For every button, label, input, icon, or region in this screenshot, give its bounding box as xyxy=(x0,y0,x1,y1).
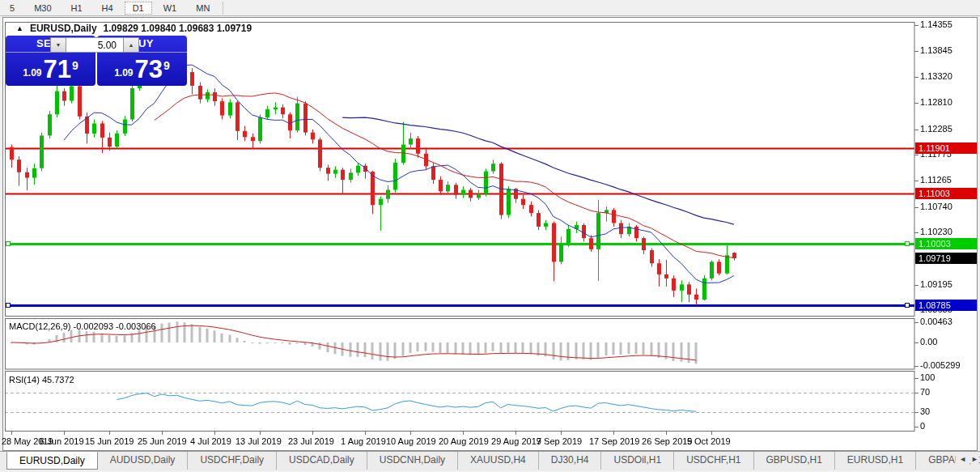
price-axis-label: 1.14355 xyxy=(920,19,952,29)
chart-tab-eurusd-h1[interactable]: EURUSD,H1 xyxy=(834,452,915,470)
price-axis-label: 1.13845 xyxy=(920,45,952,55)
price-axis-label: 1.12810 xyxy=(920,97,952,107)
chart-tab-gbpusd-h1[interactable]: GBPUSD,H1 xyxy=(753,452,834,470)
sell-price-small: 1.09 xyxy=(23,64,41,82)
price-axis-label: 1.09195 xyxy=(920,279,952,289)
date-axis-label: 13 Jul 2019 xyxy=(235,436,282,446)
date-axis-label: 17 Sep 2019 xyxy=(589,436,639,446)
rsi-axis-label: 70 xyxy=(920,387,930,397)
date-axis-label: 29 Aug 2019 xyxy=(491,436,541,446)
hline-price-badge: 1.10003 xyxy=(915,238,977,249)
date-axis-label: 7 Sep 2019 xyxy=(537,436,582,446)
price-axis-label: 1.10740 xyxy=(920,202,952,211)
price-axis-label: 1.12285 xyxy=(920,124,952,134)
tab-scroll-arrows: ◄► xyxy=(956,455,978,463)
one-click-collapse-icon[interactable]: ▲ xyxy=(16,24,23,32)
price-axis-label: 1.13320 xyxy=(920,71,952,81)
date-axis-label: 5 Oct 2019 xyxy=(687,436,731,446)
chart-tab-usdcad-daily[interactable]: USDCAD,Daily xyxy=(276,452,367,470)
rsi-axis-label: 0 xyxy=(920,421,925,431)
date-axis-label: 23 Jul 2019 xyxy=(288,436,334,446)
current-price-badge: 1.09719 xyxy=(915,253,977,264)
buy-price-sup: 9 xyxy=(163,59,170,72)
macd-label: MACD(12,26,9) -0.002093 -0.003066 xyxy=(9,321,156,331)
price-axis-label: 1.10230 xyxy=(920,227,952,236)
rsi-label: RSI(14) 45.7372 xyxy=(9,375,74,385)
tab-scroll-right-icon[interactable]: ► xyxy=(971,455,978,463)
volume-decrease-button[interactable]: ▼ xyxy=(50,37,66,53)
date-axis-label: 4 Jul 2019 xyxy=(190,436,231,446)
date-axis-label: 15 Jun 2019 xyxy=(85,436,134,446)
sell-price: 1.09 71 9 xyxy=(6,53,95,85)
chart-tab-bar: EURUSD,DailyAUDUSD,DailyUSDCHF,DailyUSDC… xyxy=(0,451,980,470)
chart-tab-usdchf-daily[interactable]: USDCHF,Daily xyxy=(187,452,276,470)
macd-axis-label: -0.005299 xyxy=(920,360,961,370)
date-axis-label: 10 Aug 2019 xyxy=(386,436,436,446)
volume-spinner: ▼ ▲ xyxy=(50,37,139,53)
sell-price-sup: 9 xyxy=(72,59,78,72)
chart-tab-usdoil-h1[interactable]: USDOil,H1 xyxy=(600,452,673,470)
chart-header: ▲ EURUSD,Daily 1.09829 1.09840 1.09683 1… xyxy=(16,23,252,34)
chart-symbol-title: EURUSD,Daily xyxy=(30,23,97,34)
chart-tab-dj30-h4[interactable]: DJ30,H4 xyxy=(538,452,601,470)
chart-tab-audusd-daily[interactable]: AUDUSD,Daily xyxy=(98,452,188,470)
rsi-axis-label: 30 xyxy=(920,406,930,416)
macd-axis-label: 0.00463 xyxy=(920,317,952,326)
sell-price-big: 71 xyxy=(44,57,71,82)
date-axis-label: 20 Aug 2019 xyxy=(439,436,489,446)
buy-price: 1.09 73 9 xyxy=(97,53,187,85)
buy-price-big: 73 xyxy=(135,57,163,82)
buy-price-small: 1.09 xyxy=(114,64,133,82)
chart-tab-eurusd-daily[interactable]: EURUSD,Daily xyxy=(6,452,98,470)
chart-tab-usdcnh-daily[interactable]: USDCNH,Daily xyxy=(367,452,457,470)
hline-price-badge: 1.11003 xyxy=(915,188,977,199)
hline-price-badge: 1.11901 xyxy=(915,142,977,154)
volume-increase-button[interactable]: ▲ xyxy=(123,37,139,53)
date-axis-label: 26 Sep 2019 xyxy=(642,436,692,446)
price-axis-label: 1.11265 xyxy=(920,175,952,185)
date-axis-label: 6 Jun 2019 xyxy=(40,436,83,446)
volume-input[interactable] xyxy=(66,37,123,53)
chart-tab-xauusd-h4[interactable]: XAUUSD,H4 xyxy=(457,452,538,470)
chart-ohlc-readout: 1.09829 1.09840 1.09683 1.09719 xyxy=(104,23,252,34)
chart-tab-usdchf-h1[interactable]: USDCHF,H1 xyxy=(673,452,753,470)
macd-axis-label: 0.00 xyxy=(920,337,937,347)
date-axis-label: 25 Jun 2019 xyxy=(138,436,187,446)
tab-scroll-left-icon[interactable]: ◄ xyxy=(959,455,966,463)
date-axis-label: 1 Aug 2019 xyxy=(341,436,386,446)
hline-price-badge: 1.08785 xyxy=(915,300,977,311)
rsi-axis-label: 100 xyxy=(920,372,935,382)
